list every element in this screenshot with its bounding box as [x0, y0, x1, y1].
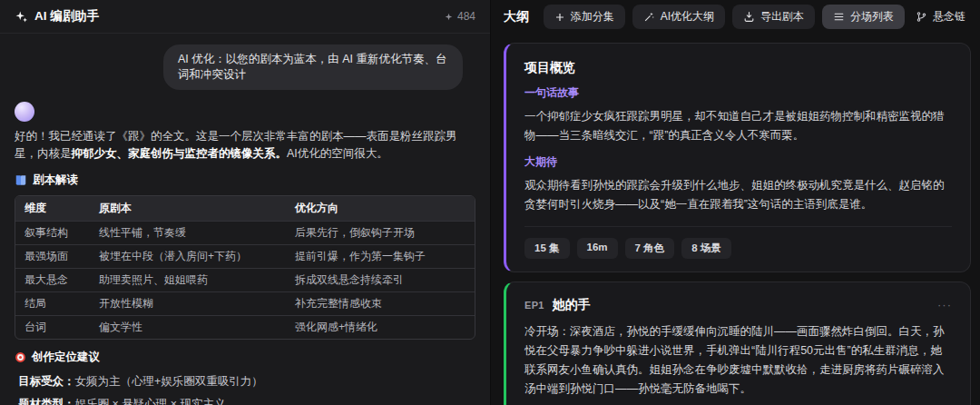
- add-episode-button[interactable]: 添加分集: [544, 5, 625, 29]
- one-line-story-text: 一个抑郁症少女疯狂跟踪男明星，却不知道自己才是被姐姐药物控制和精密监视的猎物——…: [524, 107, 952, 145]
- advice-section-title: 创作定位建议: [32, 350, 100, 365]
- branch-icon: [916, 11, 927, 23]
- table-cell: 台词: [15, 315, 90, 339]
- assistant-panel: AI 编剧助手 484 AI 优化：以您的剧本为蓝本，由 AI 重新优化节奏、台…: [0, 0, 491, 405]
- plus-icon: [554, 12, 565, 23]
- outline-card-list: 项目概览 一句话故事 一个抑郁症少女疯狂跟踪男明星，却不知道自己才是被姐姐药物控…: [491, 34, 980, 405]
- sparkles-icon: [15, 10, 28, 24]
- table-cell: 最强场面: [15, 244, 90, 268]
- download-icon: [743, 11, 755, 23]
- advice-item: 目标受众：女频为主（心理+娱乐圈双重吸引力）: [18, 372, 475, 390]
- column-header: 维度: [15, 196, 90, 221]
- analysis-section-title: 剧本解读: [33, 173, 78, 188]
- target-icon: [15, 351, 26, 363]
- advice-item: 题材类型：娱乐圈 × 悬疑心理 × 现实主义: [18, 395, 475, 405]
- advice-label: 目标受众：: [18, 375, 75, 388]
- credit-sparkle-icon: [445, 13, 453, 21]
- assistant-header: AI 编剧助手 484: [0, 0, 490, 34]
- big-expectation-text: 观众期待看到孙悦的跟踪会升级到什么地步、姐姐的终极动机究竟是什么、赵启铭的贪婪何…: [524, 176, 952, 214]
- column-header: 优化方向: [286, 196, 475, 221]
- table-cell: 叙事结构: [15, 221, 90, 244]
- outline-panel: 大纲 添加分集 AI优化大纲 导出剧本: [491, 0, 980, 405]
- table-cell: 偏文学性: [90, 315, 286, 339]
- episode-card[interactable]: EP1 她的手 ··· 冷开场：深夜酒店，孙悦的手缓缓伸向沉睡的陆川——画面骤然…: [504, 282, 971, 405]
- user-message-bubble: AI 优化：以您的剧本为蓝本，由 AI 重新优化节奏、台词和冲突设计: [163, 44, 463, 90]
- project-overview-card: 项目概览 一句话故事 一个抑郁症少女疯狂跟踪男明星，却不知道自己才是被姐姐药物控…: [504, 43, 971, 272]
- episode-number: EP1: [524, 300, 544, 311]
- assistant-avatar: [15, 102, 34, 122]
- assistant-title: AI 编剧助手: [34, 8, 99, 25]
- table-row: 最大悬念 助理卖照片、姐姐喂药 拆成双线悬念持续牵引: [15, 268, 475, 291]
- episode-title: 她的手: [553, 297, 591, 313]
- ai-optimize-outline-button[interactable]: AI优化大纲: [632, 5, 725, 29]
- episode-synopsis: 冷开场：深夜酒店，孙悦的手缓缓伸向沉睡的陆川——画面骤然炸白倒回。白天，孙悦在父…: [524, 322, 952, 399]
- magic-wand-icon: [643, 11, 655, 23]
- table-cell: 线性平铺，节奏缓: [90, 221, 286, 244]
- advice-text: 娱乐圈 × 悬疑心理 × 现实主义: [75, 398, 226, 405]
- suspense-chain-toggle[interactable]: 悬念链: [912, 5, 969, 29]
- advice-section-header: 创作定位建议: [15, 350, 475, 365]
- overview-badges: 15 集 16m 7 角色 8 场景: [524, 226, 952, 259]
- episode-header: EP1 她的手 ···: [524, 297, 952, 313]
- scene-count-badge: 8 场景: [681, 238, 731, 259]
- export-script-button[interactable]: 导出剧本: [732, 5, 815, 29]
- overview-title: 项目概览: [524, 60, 952, 76]
- table-cell: 后果先行，倒叙钩子开场: [286, 221, 475, 244]
- table-row: 最强场面 被埋在中段（潜入房间+下药） 提前引爆，作为第一集钩子: [15, 244, 475, 268]
- column-header: 原剧本: [90, 196, 286, 221]
- credits-counter: 484: [445, 10, 475, 23]
- character-count-badge: 7 角色: [625, 238, 675, 259]
- duration-badge: 16m: [577, 238, 618, 259]
- outline-title: 大纲: [504, 9, 529, 25]
- book-icon: [15, 174, 27, 186]
- table-cell: 强化网感+情绪化: [286, 315, 475, 339]
- outline-header: 大纲 添加分集 AI优化大纲 导出剧本: [491, 0, 980, 34]
- assistant-message-bold: 抑郁少女、家庭创伤与监控者的镜像关系。: [72, 147, 288, 160]
- credits-value: 484: [457, 10, 475, 23]
- table-cell: 被埋在中段（潜入房间+下药）: [90, 244, 286, 268]
- chat-area: AI 优化：以您的剧本为蓝本，由 AI 重新优化节奏、台词和冲突设计 好的！我已…: [0, 34, 490, 405]
- assistant-message-part2: AI优化的空间很大。: [287, 147, 388, 160]
- advice-text: 女频为主（心理+娱乐圈双重吸引力）: [75, 375, 263, 388]
- table-cell: 最大悬念: [15, 268, 90, 291]
- analysis-table: 维度 原剧本 优化方向 叙事结构 线性平铺，节奏缓 后果先行，倒叙钩子开场 最强…: [15, 195, 475, 340]
- episode-count-badge: 15 集: [524, 238, 570, 259]
- table-cell: 助理卖照片、姐姐喂药: [90, 268, 286, 291]
- list-icon: [833, 11, 845, 23]
- table-row: 台词 偏文学性 强化网感+情绪化: [15, 315, 475, 339]
- table-row: 结局 开放性模糊 补充完整情感收束: [15, 291, 475, 315]
- table-cell: 结局: [15, 291, 90, 315]
- table-cell: 补充完整情感收束: [286, 291, 475, 315]
- big-expectation-label: 大期待: [524, 154, 952, 170]
- analysis-section-header: 剧本解读: [15, 173, 475, 188]
- table-row: 叙事结构 线性平铺，节奏缓 后果先行，倒叙钩子开场: [15, 221, 475, 244]
- table-cell: 拆成双线悬念持续牵引: [286, 268, 475, 291]
- scene-list-toggle[interactable]: 分场列表: [822, 5, 905, 29]
- table-header-row: 维度 原剧本 优化方向: [15, 196, 475, 221]
- advice-label: 题材类型：: [18, 398, 75, 405]
- advice-list: 目标受众：女频为主（心理+娱乐圈双重吸引力） 题材类型：娱乐圈 × 悬疑心理 ×…: [18, 372, 475, 405]
- one-line-story-label: 一句话故事: [524, 85, 952, 101]
- assistant-message: 好的！我已经通读了《跟》的全文。这是一个层次非常丰富的剧本——表面是粉丝跟踪男星…: [15, 128, 475, 163]
- episode-menu-button[interactable]: ···: [937, 298, 952, 311]
- table-cell: 提前引爆，作为第一集钩子: [286, 244, 475, 268]
- table-cell: 开放性模糊: [90, 291, 286, 315]
